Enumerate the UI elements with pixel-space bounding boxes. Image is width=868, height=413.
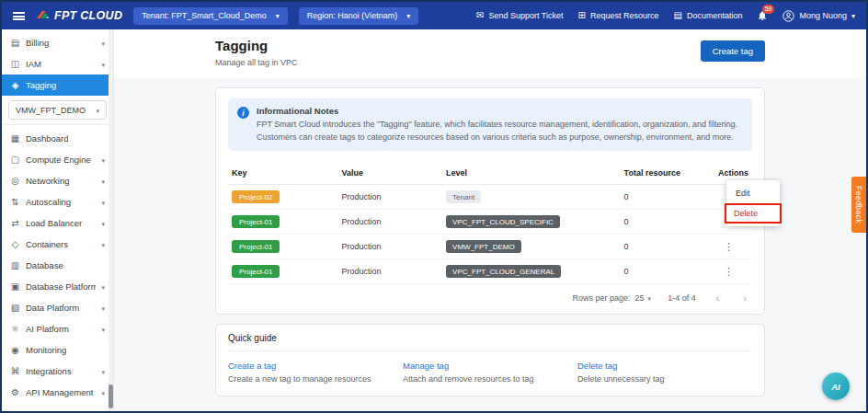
manage-tag-description: Attach and remove resources to tag	[403, 374, 577, 384]
chevron-down-icon	[101, 38, 105, 48]
delete-tag-link[interactable]: Delete tag	[577, 361, 752, 371]
documentation-label: Documentation	[687, 11, 743, 20]
table-row: Project-02 Production Tenant 0	[228, 185, 752, 210]
scrollbar-thumb[interactable]	[108, 384, 113, 408]
previous-page-button[interactable]	[713, 293, 724, 304]
edit-menu-item[interactable]: Edit	[726, 183, 780, 203]
row-actions-kebab-icon[interactable]	[718, 266, 739, 278]
page-header: Tagging Manage all tag in VPC Create tag	[114, 29, 866, 78]
support-ticket-icon	[476, 11, 484, 20]
sidebar-item-label: API Management	[26, 387, 93, 397]
region-select[interactable]: Region: Hanoi (Vietnam)	[299, 7, 418, 25]
sidebar-item-label: Load Balancer	[26, 218, 82, 228]
sidebar-item-data-platform[interactable]: Data Platform	[2, 297, 113, 318]
sidebar-item-integrations[interactable]: Integrations	[2, 361, 113, 382]
send-support-ticket-link[interactable]: Send Support Ticket	[476, 11, 563, 20]
sidebar-item-database[interactable]: Database	[2, 255, 113, 276]
sidebar-item-monitoring[interactable]: Monitoring	[2, 339, 113, 361]
tagging-icon	[10, 80, 20, 90]
level-badge: VPC_FPT_CLOUD_SPECIFIC	[446, 215, 560, 228]
info-note-title: Informational Notes	[257, 106, 743, 116]
rows-per-page-select[interactable]: 25	[635, 293, 652, 303]
sidebar-item-dashboard[interactable]: Dashboard	[2, 128, 113, 149]
chevron-down-icon	[101, 324, 105, 334]
sidebar-item-compute-engine[interactable]: Compute Engine	[2, 149, 113, 170]
documentation-link[interactable]: Documentation	[673, 11, 742, 20]
level-badge: VMW_FPT_DEMO	[446, 240, 521, 253]
delete-menu-item[interactable]: Delete	[725, 203, 782, 224]
sidebar-item-networking[interactable]: Networking	[2, 170, 113, 191]
sidebar-item-label: Data Platform	[26, 303, 79, 313]
sidebar-item-label: Autoscaling	[26, 197, 71, 207]
topbar: FPT CLOUD Tenant: FPT_Smart_Cloud_Demo R…	[2, 2, 866, 29]
hamburger-menu-icon[interactable]	[13, 12, 25, 20]
tenant-select[interactable]: Tenant: FPT_Smart_Cloud_Demo	[133, 7, 288, 25]
documentation-icon	[673, 11, 681, 20]
total-resource-cell: 0	[621, 259, 714, 284]
sidebar-item-api-management[interactable]: API Management	[2, 382, 113, 403]
notifications-button[interactable]: 59	[757, 10, 768, 21]
sidebar-item-database-platform[interactable]: Database Platform	[2, 276, 113, 297]
sidebar-item-label: Containers	[26, 239, 68, 249]
key-badge: Project-02	[232, 190, 280, 203]
level-badge: Tenant	[446, 190, 481, 203]
chevron-down-icon	[101, 239, 105, 249]
database-icon	[10, 260, 20, 270]
rows-per-page-label: Rows per page:	[573, 293, 631, 303]
sidebar-item-iam[interactable]: IAM	[2, 53, 113, 75]
sidebar-item-ai-platform[interactable]: AI Platform	[2, 318, 113, 339]
request-resource-icon	[578, 11, 586, 20]
page-title: Tagging	[215, 38, 298, 53]
request-resource-link[interactable]: Request Resource	[578, 11, 659, 20]
total-resource-cell: 0	[621, 185, 714, 210]
sidebar-item-autoscaling[interactable]: Autoscaling	[2, 191, 113, 212]
logo-text: FPT CLOUD	[54, 9, 122, 22]
integrations-icon	[10, 366, 20, 376]
topbar-actions: Send Support Ticket Request Resource Doc…	[476, 10, 855, 22]
chevron-down-icon	[851, 11, 855, 20]
chevron-down-icon	[101, 303, 105, 313]
region-select-label: Region: Hanoi (Vietnam)	[307, 11, 397, 20]
total-resource-cell: 0	[621, 235, 714, 259]
chevron-down-icon	[101, 281, 105, 292]
chevron-down-icon	[101, 59, 105, 69]
containers-icon	[10, 239, 20, 249]
user-menu[interactable]: Mong Nuong	[782, 10, 855, 22]
info-icon	[237, 107, 249, 119]
feedback-tab[interactable]: Feedback	[851, 177, 866, 233]
sidebar: Billing IAM Tagging VMW_FPT_DEMO Dashboa…	[2, 29, 114, 411]
notification-count-badge: 59	[762, 5, 775, 14]
data-platform-icon	[10, 303, 20, 313]
user-name: Mong Nuong	[799, 11, 847, 20]
table-row: Project-01 Production VMW_FPT_DEMO 0	[228, 235, 752, 259]
create-tag-button[interactable]: Create tag	[701, 40, 765, 62]
sidebar-item-load-balancer[interactable]: Load Balancer	[2, 212, 113, 234]
chevron-down-icon	[101, 366, 105, 376]
sidebar-item-label: Tagging	[26, 80, 56, 90]
sidebar-item-label: Billing	[26, 38, 49, 48]
fpt-logo-mark	[36, 10, 50, 22]
project-selector[interactable]: VMW_FPT_DEMO	[8, 100, 107, 120]
row-actions-kebab-icon[interactable]	[718, 241, 739, 253]
table-header-row: Key Value Level Total resource Actions	[228, 162, 752, 185]
column-header-key: Key	[228, 162, 337, 185]
ai-assistant-button[interactable]: AI	[822, 373, 850, 400]
pagination: Rows per page: 25 1-4 of 4	[228, 284, 752, 312]
sidebar-item-label: Networking	[26, 176, 70, 186]
sidebar-item-containers[interactable]: Containers	[2, 234, 113, 255]
sidebar-item-billing[interactable]: Billing	[2, 32, 113, 53]
chevron-down-icon	[406, 11, 410, 20]
key-badge: Project-01	[232, 215, 280, 228]
next-page-button[interactable]	[739, 293, 750, 304]
tag-table-card: Informational Notes FPT Smart Cloud intr…	[215, 87, 765, 315]
sidebar-item-tagging[interactable]: Tagging	[2, 75, 113, 96]
sidebar-item-label: IAM	[26, 59, 41, 69]
manage-tag-link[interactable]: Manage tag	[403, 361, 577, 371]
chevron-down-icon	[101, 197, 105, 207]
create-a-tag-link[interactable]: Create a tag	[228, 361, 403, 371]
value-cell: Production	[337, 235, 442, 259]
fpt-cloud-logo[interactable]: FPT CLOUD	[36, 9, 122, 22]
database-platform-icon	[10, 281, 20, 292]
sidebar-item-label: Dashboard	[26, 133, 68, 143]
pagination-range: 1-4 of 4	[668, 293, 696, 303]
